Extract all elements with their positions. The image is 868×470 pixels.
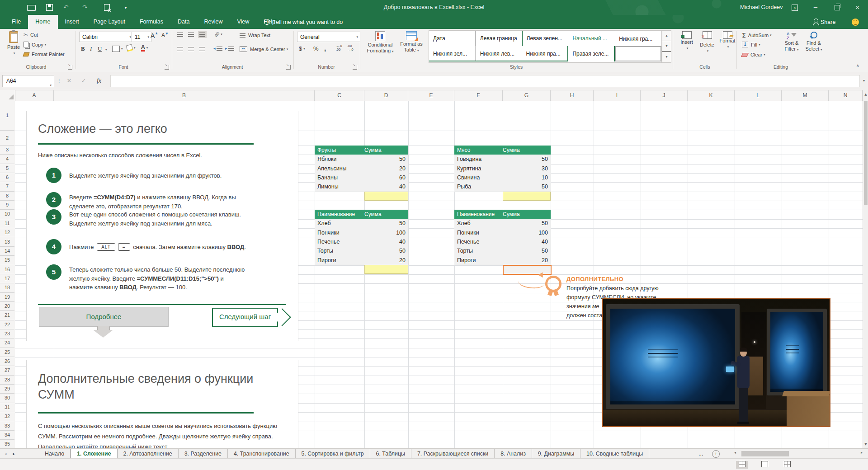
- sheet-tab-8[interactable]: 8. Анализ: [495, 449, 532, 459]
- fill-color-button[interactable]: ▾: [127, 45, 136, 51]
- row-header-23[interactable]: 23: [0, 329, 14, 338]
- row-header-11[interactable]: 11: [0, 219, 14, 228]
- font-dialog-launcher[interactable]: [165, 65, 169, 70]
- styles-scroll-down[interactable]: ▾: [662, 41, 671, 52]
- column-header-K[interactable]: K: [688, 90, 735, 101]
- align-bottom-button[interactable]: [198, 31, 207, 38]
- paste-button[interactable]: Paste▾: [5, 31, 23, 56]
- row-header-8[interactable]: 8: [0, 192, 14, 201]
- row-header-18[interactable]: 18: [0, 283, 14, 292]
- currency-button[interactable]: $▾: [299, 45, 305, 52]
- sheet-tab-7[interactable]: 7. Раскрывающиеся списки: [411, 449, 495, 459]
- align-center-button[interactable]: [188, 47, 194, 51]
- cell-style-item-1[interactable]: Левая граница: [476, 31, 522, 46]
- sheet-tab-0[interactable]: Начало: [39, 449, 71, 459]
- insert-function-button[interactable]: fx: [93, 75, 105, 86]
- sheet-tab-4[interactable]: 4. Транспонирование: [228, 449, 296, 459]
- add-sheet-button[interactable]: +: [712, 450, 720, 458]
- increase-indent-button[interactable]: ▸: [225, 46, 234, 51]
- cell-style-item-2[interactable]: Левая зелен...: [522, 31, 569, 46]
- table-row-fruits-1[interactable]: Апельсины20: [315, 164, 408, 173]
- tab-data[interactable]: Data: [170, 15, 197, 29]
- sum-cell-items1[interactable]: [364, 265, 408, 274]
- row-header-31[interactable]: 31: [0, 403, 14, 412]
- increase-decimal-button[interactable]: ←.0.00: [336, 44, 342, 52]
- row-header-28[interactable]: 28: [0, 376, 14, 385]
- close-button[interactable]: ×: [855, 0, 859, 15]
- row-header-3[interactable]: 3: [0, 146, 14, 155]
- comma-button[interactable]: ,: [324, 44, 326, 52]
- format-cells-button[interactable]: Format▾: [718, 31, 737, 50]
- font-color-button[interactable]: A▾: [141, 44, 148, 52]
- next-step-button[interactable]: Следующий шаг: [212, 308, 278, 327]
- horizontal-scroll-thumb[interactable]: [741, 451, 789, 456]
- row-header-32[interactable]: 32: [0, 412, 14, 421]
- sheet-tab-6[interactable]: 6. Таблицы: [370, 449, 411, 459]
- font-family-select[interactable]: Calibri▾: [79, 32, 133, 42]
- format-as-table-button[interactable]: Format as Table▾: [397, 31, 426, 53]
- row-header-16[interactable]: 16: [0, 265, 14, 274]
- table-row-items2-3[interactable]: Торты50: [454, 246, 551, 255]
- tab-review[interactable]: Review: [197, 15, 230, 29]
- row-header-27[interactable]: 27: [0, 366, 14, 375]
- row-header-25[interactable]: 25: [0, 348, 14, 357]
- table-row-fruits-2[interactable]: Бананы60: [315, 173, 408, 182]
- column-header-F[interactable]: F: [454, 90, 503, 101]
- horizontal-scrollbar[interactable]: ◂ ▸: [733, 450, 863, 458]
- sheet-nav-left-icon[interactable]: ◂: [5, 451, 13, 456]
- column-header-L[interactable]: L: [735, 90, 782, 101]
- row-header-5[interactable]: 5: [0, 164, 14, 173]
- row-header-1[interactable]: 1: [0, 101, 14, 131]
- row-header-4[interactable]: 4: [0, 155, 14, 164]
- cell-style-item-7[interactable]: Нижняя пра...: [522, 46, 569, 61]
- table-row-fruits-0[interactable]: Яблоки50: [315, 155, 408, 164]
- share-button[interactable]: Share: [814, 15, 835, 29]
- copy-button[interactable]: Copy▾: [24, 42, 46, 47]
- align-right-button[interactable]: [199, 47, 205, 51]
- row-header-10[interactable]: 10: [0, 210, 14, 219]
- cell-style-item-9[interactable]: [615, 46, 661, 61]
- tutorial-video[interactable]: [602, 298, 830, 427]
- sort-filter-button[interactable]: AZ Sort & Filter▾: [781, 31, 802, 52]
- cell-style-item-8[interactable]: Правая зеле...: [568, 46, 615, 61]
- font-size-select[interactable]: 11▾: [132, 32, 151, 42]
- alignment-dialog-launcher[interactable]: [286, 65, 291, 70]
- row-header-29[interactable]: 29: [0, 385, 14, 394]
- tab-formulas[interactable]: Formulas: [132, 15, 170, 29]
- sheet-tab-3[interactable]: 3. Разделение: [179, 449, 228, 459]
- number-format-select[interactable]: General▾: [297, 32, 360, 42]
- grow-font-button[interactable]: A▲: [151, 32, 158, 39]
- table-row-items2-0[interactable]: Хлеб50: [454, 219, 551, 228]
- vertical-scrollbar[interactable]: ▲ ▼: [863, 90, 868, 448]
- tab-view[interactable]: View: [230, 15, 256, 29]
- row-header-9[interactable]: 9: [0, 201, 14, 210]
- table-row-meat-0[interactable]: Говядина50: [454, 155, 551, 164]
- table-row-items1-3[interactable]: Торты50: [315, 246, 408, 255]
- shrink-font-button[interactable]: A▼: [161, 32, 169, 38]
- cell-style-item-4[interactable]: Нижняя гра...: [615, 31, 661, 46]
- row-header-12[interactable]: 12: [0, 228, 14, 237]
- percent-button[interactable]: %: [313, 45, 319, 52]
- align-middle-button[interactable]: [188, 33, 194, 37]
- cut-button[interactable]: ✂Cut: [24, 32, 38, 38]
- table-row-fruits-3[interactable]: Лимоны40: [315, 182, 408, 191]
- restore-button[interactable]: [835, 5, 840, 10]
- column-header-C[interactable]: C: [315, 90, 364, 101]
- styles-more-button[interactable]: ▾: [662, 51, 671, 63]
- align-top-button[interactable]: [177, 33, 183, 37]
- row-header-19[interactable]: 19: [0, 293, 14, 302]
- sheet-tab-10[interactable]: 10. Сводные таблицы: [580, 449, 649, 459]
- row-header-35[interactable]: 35: [0, 440, 14, 448]
- expand-formula-bar-icon[interactable]: ▾: [858, 75, 868, 86]
- scroll-up-icon[interactable]: ▲: [863, 93, 868, 96]
- table-row-meat-2[interactable]: Свинина10: [454, 173, 551, 182]
- row-header-34[interactable]: 34: [0, 431, 14, 440]
- name-box[interactable]: A64▾: [2, 75, 54, 87]
- column-header-J[interactable]: J: [641, 90, 688, 101]
- row-header-13[interactable]: 13: [0, 238, 14, 247]
- underline-button[interactable]: U: [98, 45, 102, 52]
- vertical-scroll-thumb[interactable]: [864, 101, 868, 205]
- conditional-formatting-button[interactable]: Conditional Formatting▾: [364, 31, 396, 54]
- collapse-ribbon-button[interactable]: ∧: [856, 63, 859, 68]
- cell-style-item-6[interactable]: Нижняя лев...: [476, 46, 522, 61]
